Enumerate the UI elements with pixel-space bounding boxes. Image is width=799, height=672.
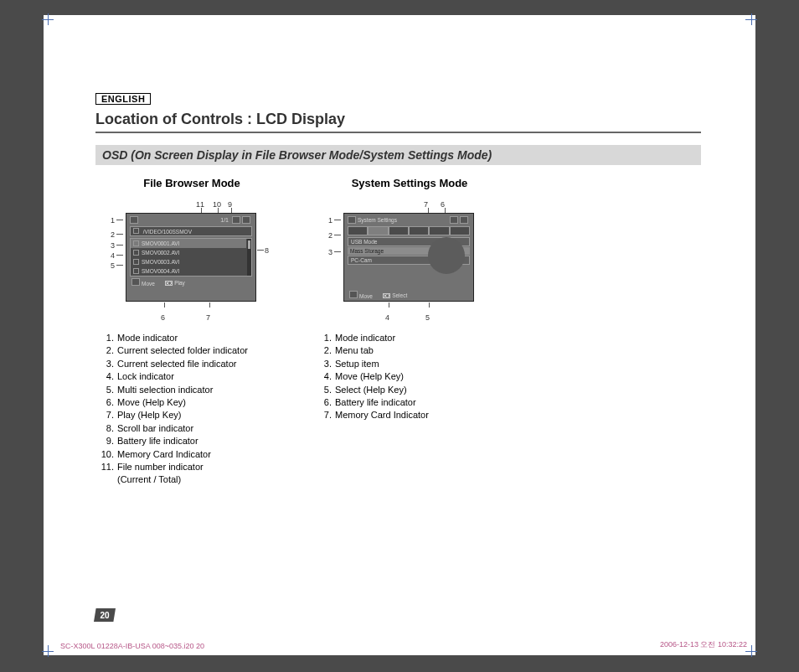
callout-number: 3 bbox=[111, 241, 115, 250]
dpad-icon bbox=[349, 291, 358, 298]
lock-icon bbox=[133, 250, 139, 256]
file-name: SMOV0003.AVI bbox=[142, 259, 179, 265]
callout-tick bbox=[116, 220, 123, 220]
legend-item: 8.Scroll bar indicator bbox=[95, 422, 288, 435]
system-settings-column: System Settings Mode 1 2 3 7 6 4 5 bbox=[313, 177, 506, 487]
legend-item: 6.Move (Help Key) bbox=[95, 396, 288, 409]
callout-number: 4 bbox=[111, 251, 115, 260]
crop-mark-icon bbox=[42, 13, 54, 25]
ok-icon: OK bbox=[165, 281, 173, 286]
callout-number: 5 bbox=[111, 261, 115, 270]
battery-icon bbox=[460, 216, 468, 224]
lcd-help-bar: Move OKPlay bbox=[126, 277, 255, 288]
file-name: SMOV0002.AVI bbox=[142, 250, 179, 256]
callout-tick bbox=[116, 234, 123, 235]
callout-number: 6 bbox=[161, 313, 165, 322]
page-number-badge: 20 bbox=[94, 608, 116, 622]
setup-items: USB Mode Mass Storage PC-Cam bbox=[348, 237, 470, 265]
legend-item: 11.File number indicator bbox=[95, 461, 288, 473]
lcd-preview: System Settings bbox=[343, 213, 474, 302]
dpad-icon bbox=[131, 278, 140, 286]
callout-number: 4 bbox=[385, 313, 389, 322]
file-name: SMOV0001.AVI bbox=[142, 240, 179, 246]
play-help: OKPlay bbox=[165, 280, 185, 286]
folder-icon bbox=[130, 216, 138, 224]
tab-icon bbox=[368, 226, 388, 235]
legend-item: 2.Menu tab bbox=[313, 344, 506, 357]
column-heading: System Settings Mode bbox=[313, 177, 506, 189]
callout-tick bbox=[257, 250, 264, 251]
select-help: OKSelect bbox=[383, 292, 407, 298]
legend-item: 7.Play (Help Key) bbox=[95, 409, 288, 421]
move-help: Move bbox=[131, 278, 155, 287]
file-browser-column: File Browser Mode 11 10 9 bbox=[95, 177, 288, 487]
legend-item: 10.Memory Card Indicator bbox=[95, 448, 288, 461]
callout-number: 5 bbox=[425, 313, 430, 322]
legend-item: 1.Mode indicator bbox=[313, 332, 506, 344]
memory-card-icon bbox=[450, 216, 458, 224]
callout-tick bbox=[116, 245, 123, 246]
move-help: Move bbox=[349, 291, 373, 299]
callout-number: 3 bbox=[328, 248, 332, 256]
legend-item: 3.Setup item bbox=[313, 358, 506, 370]
legend-item: 9.Battery life indicator bbox=[95, 435, 288, 447]
tab-icon bbox=[409, 226, 429, 235]
background-gear-icon bbox=[428, 237, 465, 274]
arrow-icon bbox=[133, 240, 139, 246]
two-column-layout: File Browser Mode 11 10 9 bbox=[95, 177, 714, 487]
crop-mark-icon bbox=[745, 645, 757, 657]
check-icon bbox=[133, 259, 139, 265]
legend-item: 4.Lock indicator bbox=[95, 370, 288, 383]
tab-icon bbox=[450, 226, 470, 235]
column-heading: File Browser Mode bbox=[95, 177, 288, 189]
content-area: ENGLISH Location of Controls : LCD Displ… bbox=[95, 90, 714, 487]
tab-icon bbox=[348, 226, 368, 235]
callout-number: 10 bbox=[213, 200, 221, 209]
lcd-topbar: System Settings bbox=[344, 214, 473, 226]
footer-right: 2006-12-13 오전 10:32:22 bbox=[660, 639, 747, 650]
callout-number: 1 bbox=[111, 216, 115, 225]
lcd-topbar: 1/1 bbox=[126, 214, 255, 226]
callout-tick bbox=[209, 302, 210, 308]
callout-tick bbox=[389, 302, 389, 308]
callout-tick bbox=[116, 265, 123, 266]
legend-item: 7.Memory Card Indicator bbox=[313, 409, 506, 421]
page-title: Location of Controls : LCD Display bbox=[95, 111, 701, 133]
scrollbar bbox=[247, 239, 251, 276]
path-text: /VIDEO/100SSMOV bbox=[143, 229, 192, 235]
crop-mark-icon bbox=[42, 645, 54, 657]
legend-item: 4.Move (Help Key) bbox=[313, 370, 506, 383]
callout-tick bbox=[334, 235, 341, 235]
legend-item: 1.Mode indicator bbox=[95, 332, 288, 344]
file-counter: 1/1 bbox=[220, 217, 229, 223]
legend-item: 2.Current selected folder indicator bbox=[95, 344, 288, 357]
folder-path: /VIDEO/100SSMOV bbox=[130, 226, 252, 236]
file-name: SMOV0004.AVI bbox=[142, 268, 179, 274]
tab-icon bbox=[389, 226, 409, 235]
callout-number: 1 bbox=[328, 216, 332, 225]
callout-tick bbox=[429, 302, 430, 308]
folder-icon bbox=[133, 228, 139, 234]
callout-number: 2 bbox=[328, 231, 332, 240]
list-item: SMOV0002.AVI bbox=[131, 248, 246, 257]
legend-item: 6.Battery life indicator bbox=[313, 396, 506, 409]
lcd-preview: 1/1 /VIDEO/100SSMOV SMOV0001.AVI SMOV000… bbox=[126, 213, 256, 302]
legend-list: 1.Mode indicator 2.Current selected fold… bbox=[95, 332, 288, 487]
list-item: SMOV0004.AVI bbox=[131, 266, 246, 276]
language-badge: ENGLISH bbox=[95, 93, 151, 105]
callout-tick bbox=[334, 251, 341, 252]
list-item: SMOV0003.AVI bbox=[131, 257, 246, 266]
tab-icon bbox=[429, 226, 449, 235]
file-browser-diagram: 11 10 9 1 2 3 bbox=[95, 198, 288, 323]
lcd-title: System Settings bbox=[358, 217, 450, 223]
memory-card-icon bbox=[232, 216, 240, 224]
legend-item-sub: (Current / Total) bbox=[95, 473, 288, 486]
callout-tick bbox=[116, 255, 123, 256]
legend-list: 1.Mode indicator 2.Menu tab 3.Setup item… bbox=[313, 332, 506, 422]
system-settings-diagram: 1 2 3 7 6 4 5 bbox=[313, 198, 506, 323]
callout-tick bbox=[164, 302, 165, 308]
list-item: SMOV0001.AVI bbox=[131, 239, 246, 248]
legend-item: 3.Current selected file indicator bbox=[95, 358, 288, 370]
callout-tick bbox=[334, 220, 341, 220]
gear-icon bbox=[348, 216, 356, 224]
